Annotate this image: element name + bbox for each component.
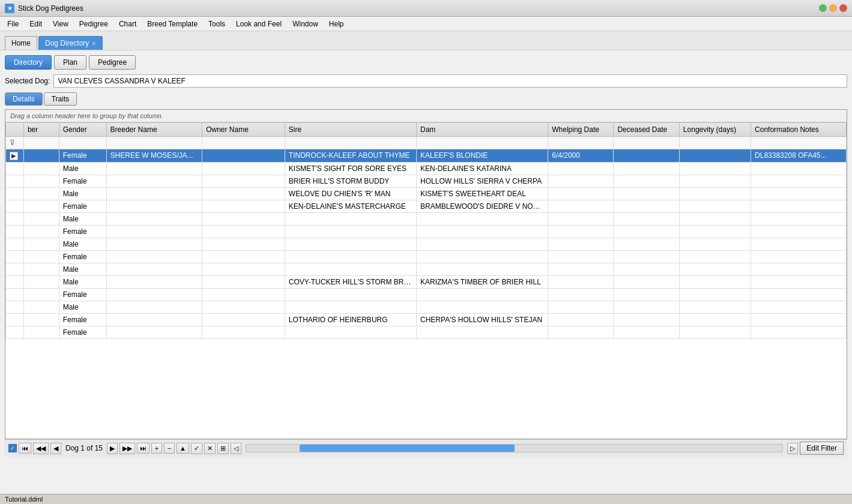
horizontal-scrollbar[interactable] (246, 444, 783, 452)
deceased-cell (614, 175, 679, 187)
nav-first[interactable]: ⏮ (19, 443, 31, 454)
expand-cell[interactable] (6, 200, 24, 212)
col-header-conformation[interactable]: Conformation Notes (751, 123, 847, 137)
detail-tab-details[interactable]: Details (5, 92, 43, 106)
col-header-breeder[interactable]: Breeder Name (106, 123, 202, 137)
bottom-bar: ✓ ⏮ ◀◀ ◀ Dog 1 of 15 ▶ ▶▶ ⏭ + − ▲ ✓ ✕ ⊞ … (5, 439, 847, 457)
longevity-cell (679, 313, 751, 326)
tab-directory[interactable]: Directory (5, 55, 52, 70)
selected-dog-input[interactable] (53, 74, 847, 88)
expand-cell[interactable] (6, 187, 24, 200)
table-row[interactable]: Male (6, 301, 847, 313)
expand-cell[interactable] (6, 225, 24, 238)
menu-window[interactable]: Window (288, 19, 323, 29)
dam-cell: HOLLOW HILLS' SIERRA V CHERPA (417, 175, 548, 187)
breeder-cell (106, 301, 202, 313)
expand-cell[interactable] (6, 175, 24, 187)
expanded-icon[interactable]: ▶ (10, 152, 18, 160)
filter-owner (202, 137, 285, 149)
expand-cell[interactable]: ▶ (6, 149, 24, 163)
menu-tools[interactable]: Tools (204, 19, 230, 29)
deceased-cell (614, 326, 679, 338)
col-header-sire[interactable]: Sire (285, 123, 416, 137)
table-row[interactable]: MaleKISMET'S SIGHT FOR SORE EYESKEN-DELA… (6, 162, 847, 175)
edit-filter-button[interactable]: Edit Filter (800, 442, 844, 455)
table-row[interactable]: FemaleBRIER HILL'S STORM BUDDYHOLLOW HIL… (6, 175, 847, 187)
filter-checkbox[interactable]: ✓ (8, 444, 17, 452)
table-row[interactable]: Female (6, 250, 847, 263)
table-row[interactable]: FemaleLOTHARIO OF HEINERBURGCHERPA'S HOL… (6, 313, 847, 326)
expand-cell[interactable] (6, 238, 24, 250)
nav-scroll-left[interactable]: ◁ (231, 443, 241, 454)
detail-tab-traits[interactable]: Traits (44, 92, 77, 106)
table-row[interactable]: FemaleKEN-DELAINE'S MASTERCHARGEBRAMBLEW… (6, 200, 847, 212)
col-header-gender[interactable]: Gender (59, 123, 106, 137)
expand-cell[interactable] (6, 288, 24, 301)
nav-up[interactable]: ▲ (177, 443, 189, 454)
table-row[interactable]: MaleWELOVE DU CHIEN'S 'R' MANKISMET'S SW… (6, 187, 847, 200)
menu-pedigree[interactable]: Pedigree (74, 19, 113, 29)
menu-look-feel[interactable]: Look and Feel (231, 19, 286, 29)
menu-help[interactable]: Help (324, 19, 349, 29)
nav-prev-prev[interactable]: ◀◀ (33, 443, 49, 454)
sire-cell: KISMET'S SIGHT FOR SORE EYES (285, 162, 416, 175)
tab-home[interactable]: Home (5, 36, 37, 50)
nav-next[interactable]: ▶ (107, 443, 118, 454)
table-row[interactable]: Female (6, 288, 847, 301)
expand-cell[interactable] (6, 263, 24, 275)
menu-file[interactable]: File (2, 19, 23, 29)
col-header-owner[interactable]: Owner Name (202, 123, 285, 137)
whelping-cell (548, 250, 614, 263)
filter-dam (417, 137, 548, 149)
table-row[interactable]: Female (6, 326, 847, 338)
menu-edit[interactable]: Edit (25, 19, 47, 29)
drag-hint: Drag a column header here to group by th… (5, 110, 847, 122)
col-header-longevity[interactable]: Longevity (days) (679, 123, 751, 137)
close-button[interactable] (839, 4, 847, 12)
nav-add[interactable]: + (151, 443, 162, 454)
tab-dog-directory[interactable]: Dog Directory ✕ (38, 36, 103, 50)
col-header-deceased[interactable]: Deceased Date (614, 123, 679, 137)
whelping-cell (548, 326, 614, 338)
expand-cell[interactable] (6, 275, 24, 288)
table-row[interactable]: Male (6, 238, 847, 250)
nav-remove[interactable]: − (164, 443, 175, 454)
detail-tabs: Details Traits (5, 92, 847, 106)
nav-prev[interactable]: ◀ (50, 443, 61, 454)
conformation-cell (751, 313, 847, 326)
nav-next-next[interactable]: ▶▶ (119, 443, 135, 454)
ber-cell (23, 212, 59, 225)
tab-pedigree[interactable]: Pedigree (89, 55, 136, 70)
maximize-button[interactable] (829, 4, 837, 12)
menu-breed-template[interactable]: Breed Template (142, 19, 202, 29)
nav-cancel[interactable]: ✕ (204, 443, 216, 454)
table-row[interactable]: Female (6, 225, 847, 238)
table-row[interactable]: Male (6, 212, 847, 225)
col-header-whelping[interactable]: Whelping Date (548, 123, 614, 137)
table-row[interactable]: MaleCOVY-TUCKER HILL'S STORM BRIERKARIZM… (6, 275, 847, 288)
expand-cell[interactable] (6, 212, 24, 225)
ber-cell (23, 225, 59, 238)
expand-cell[interactable] (6, 326, 24, 338)
expand-cell[interactable] (6, 301, 24, 313)
tab-plan[interactable]: Plan (54, 55, 86, 70)
menu-chart[interactable]: Chart (114, 19, 141, 29)
nav-grid[interactable]: ⊞ (217, 443, 229, 454)
gender-cell: Female (59, 313, 106, 326)
expand-cell[interactable] (6, 313, 24, 326)
expand-cell[interactable] (6, 250, 24, 263)
table-row[interactable]: Male (6, 263, 847, 275)
minimize-button[interactable] (819, 4, 827, 12)
conformation-cell (751, 162, 847, 175)
table-row[interactable]: ▶FemaleSHEREE W MOSES/JA...TINDROCK-KALE… (6, 149, 847, 163)
col-header-dam[interactable]: Dam (417, 123, 548, 137)
sire-cell (285, 250, 416, 263)
tab-dog-directory-close[interactable]: ✕ (91, 40, 96, 47)
col-header-expand[interactable] (6, 123, 24, 137)
expand-cell[interactable] (6, 162, 24, 175)
nav-scroll-right[interactable]: ▷ (787, 443, 798, 454)
col-header-ber[interactable]: ber (23, 123, 59, 137)
nav-last[interactable]: ⏭ (137, 443, 150, 454)
nav-check[interactable]: ✓ (191, 443, 202, 454)
menu-view[interactable]: View (48, 19, 73, 29)
